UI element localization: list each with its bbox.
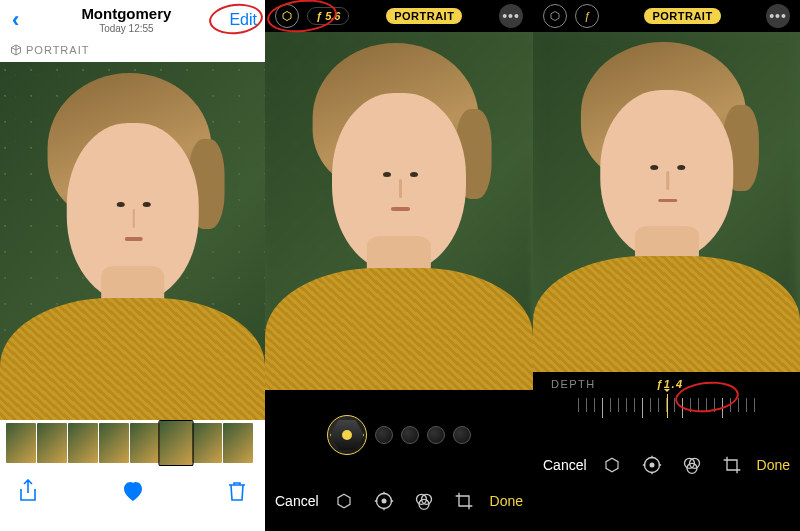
portrait-tab-icon[interactable] [333,490,355,512]
edit-mode-icons [333,490,475,512]
svg-point-1 [382,499,387,504]
more-icon[interactable]: ••• [766,4,790,28]
cancel-button[interactable]: Cancel [275,493,319,509]
thumbnail[interactable] [99,423,129,463]
lighting-toggle-icon[interactable] [275,4,299,28]
portrait-mode-pill[interactable]: PORTRAIT [386,8,462,24]
crop-tab-icon[interactable] [453,490,475,512]
portrait-mode-pill[interactable]: PORTRAIT [644,8,720,24]
thumbnail[interactable] [6,423,36,463]
done-button[interactable]: Done [490,493,523,509]
aperture-toggle-icon[interactable]: ƒ [575,4,599,28]
photo-timestamp: Today 12:55 [81,23,171,34]
depth-label: DEPTH [551,378,596,390]
thumbnail[interactable] [223,423,253,463]
trash-icon[interactable] [227,480,247,502]
nav-bar: ‹ Montgomery Today 12:55 Edit [0,0,265,40]
thumbnail[interactable] [37,423,67,463]
portrait-tab-icon[interactable] [601,454,623,476]
thumbnail-selected[interactable] [160,421,193,465]
crop-tab-icon[interactable] [721,454,743,476]
depth-slider-pointer [667,394,668,418]
edit-bottom-toolbar: Cancel Done [533,438,800,492]
portrait-badge-row: PORTRAIT [0,40,265,62]
edit-screen-depth: ƒ PORTRAIT ••• DEPTH ƒ1.4 Cancel [533,0,800,531]
lighting-option[interactable] [401,426,419,444]
filters-tab-icon[interactable] [413,490,435,512]
portrait-lighting-picker[interactable] [265,396,533,474]
favorite-icon[interactable] [121,480,145,502]
filters-tab-icon[interactable] [681,454,703,476]
photos-detail-screen: ‹ Montgomery Today 12:55 Edit PORTRAIT [0,0,265,531]
share-icon[interactable] [18,479,38,503]
lighting-option-natural[interactable] [327,415,367,455]
bottom-toolbar [0,466,265,516]
nav-title-group: Montgomery Today 12:55 [81,6,171,34]
lighting-option[interactable] [375,426,393,444]
depth-slider[interactable] [533,398,800,438]
cancel-button[interactable]: Cancel [543,457,587,473]
portrait-badge-label: PORTRAIT [26,44,89,56]
album-title: Montgomery [81,6,171,23]
edit-top-bar: ƒ 5.6 PORTRAIT ••• [265,0,533,32]
adjust-tab-icon[interactable] [641,454,663,476]
lighting-toggle-icon[interactable] [543,4,567,28]
cube-icon [10,44,22,56]
aperture-pill[interactable]: ƒ 5.6 [307,7,349,25]
thumbnail[interactable] [192,423,222,463]
lighting-option[interactable] [427,426,445,444]
edit-button[interactable]: Edit [229,11,257,29]
edit-bottom-toolbar: Cancel Done [265,474,533,528]
svg-point-6 [649,463,654,468]
edit-top-bar: ƒ PORTRAIT ••• [533,0,800,32]
done-button[interactable]: Done [757,457,790,473]
lighting-option[interactable] [453,426,471,444]
thumbnail[interactable] [68,423,98,463]
thumbnail-strip[interactable] [0,420,265,466]
photo-preview[interactable] [265,32,533,390]
adjust-tab-icon[interactable] [373,490,395,512]
photo-preview[interactable] [0,62,265,420]
back-button[interactable]: ‹ [8,7,23,33]
depth-value: ƒ1.4 [656,378,683,390]
edit-screen-lighting: ƒ 5.6 PORTRAIT ••• Cancel [265,0,533,531]
edit-mode-icons [601,454,743,476]
photo-preview[interactable] [533,32,800,372]
more-icon[interactable]: ••• [499,4,523,28]
thumbnail[interactable] [130,423,160,463]
